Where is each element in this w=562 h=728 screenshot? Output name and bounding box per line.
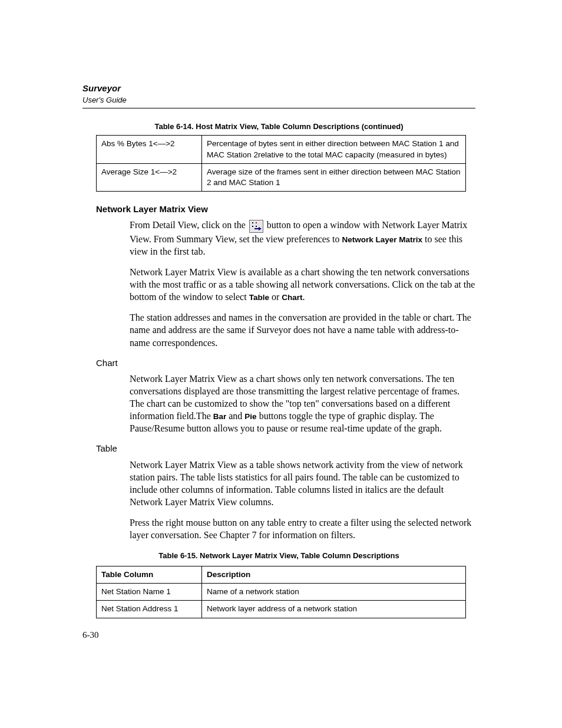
body-paragraph: From Detail View, click on the button to… — [130, 219, 475, 258]
cell-column: Net Station Address 1 — [97, 601, 202, 618]
table-row: Average Size 1<—>2 Average size of the f… — [97, 163, 466, 191]
ui-term: Chart — [282, 293, 302, 302]
table-header-row: Table Column Description — [97, 566, 466, 583]
ui-term: Bar — [213, 412, 227, 421]
table-row: Net Station Name 1 Name of a network sta… — [97, 584, 466, 601]
cell-description: Average size of the frames sent in eithe… — [202, 163, 466, 191]
body-paragraph: Network Layer Matrix View as a table sho… — [130, 459, 475, 508]
table-6-15: Table Column Description Net Station Nam… — [96, 566, 466, 618]
subsection-heading-table: Table — [96, 443, 475, 454]
body-paragraph: The station addresses and names in the c… — [130, 311, 475, 348]
table-row: Net Station Address 1 Network layer addr… — [97, 601, 466, 618]
cell-description: Name of a network station — [202, 584, 466, 601]
table-6-14: Abs % Bytes 1<—>2 Percentage of bytes se… — [96, 135, 466, 192]
ui-term: Table — [249, 293, 269, 302]
page: Surveyor User's Guide Table 6-14. Host M… — [0, 0, 562, 728]
table-6-14-caption: Table 6-14. Host Matrix View, Table Colu… — [82, 121, 475, 132]
text-run: or — [269, 292, 282, 302]
table-row: Abs % Bytes 1<—>2 Percentage of bytes se… — [97, 136, 466, 163]
body-paragraph: Network Layer Matrix View as a chart sho… — [130, 373, 475, 435]
cell-column: Net Station Name 1 — [97, 584, 202, 601]
running-header: Surveyor User's Guide — [82, 83, 475, 106]
cell-column: Average Size 1<—>2 — [97, 163, 202, 191]
page-number: 6-30 — [82, 629, 99, 641]
text-run: and — [226, 411, 244, 421]
header-cell: Table Column — [97, 566, 202, 583]
text-run: From Detail View, click on the — [130, 220, 248, 230]
header-rule — [82, 108, 475, 108]
ui-term: Pie — [244, 412, 256, 421]
body-paragraph: Press the right mouse button on any tabl… — [130, 516, 475, 541]
doc-title: Surveyor — [82, 83, 475, 94]
body-paragraph: Network Layer Matrix View is available a… — [130, 266, 475, 303]
cell-description: Percentage of bytes sent in either direc… — [202, 136, 466, 163]
table-6-15-caption: Table 6-15. Network Layer Matrix View, T… — [82, 551, 475, 561]
section-heading: Network Layer Matrix View — [96, 203, 475, 215]
text-run: . — [303, 292, 305, 302]
cell-description: Network layer address of a network stati… — [202, 601, 466, 618]
header-cell: Description — [202, 566, 466, 583]
network-matrix-icon — [249, 220, 263, 233]
cell-column: Abs % Bytes 1<—>2 — [97, 136, 202, 163]
ui-term: Network Layer Matrix — [342, 235, 423, 244]
subsection-heading-chart: Chart — [96, 357, 475, 369]
doc-subtitle: User's Guide — [82, 95, 475, 106]
